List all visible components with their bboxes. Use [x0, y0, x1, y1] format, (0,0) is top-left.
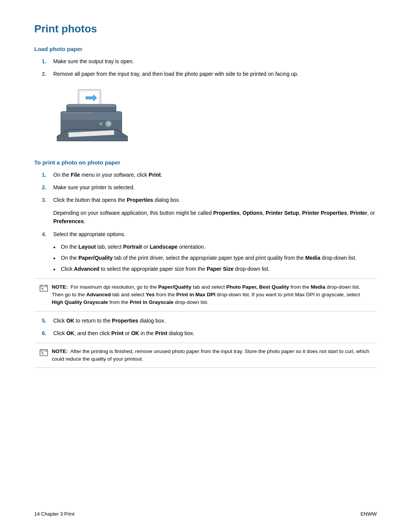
bullet-item-paper-quality: On the Paper/Quality tab of the print dr…: [53, 254, 377, 262]
step-2-1: 1. On the File menu in your software, cl…: [42, 171, 377, 179]
step-number: 1.: [42, 58, 49, 66]
step-text: Click OK, and then click Print or OK in …: [53, 329, 377, 337]
page-footer: 14 Chapter 3 Print ENWW: [34, 511, 377, 517]
step-2-2: 2. Make sure your printer is selected.: [42, 184, 377, 192]
step-text: Make sure your printer is selected.: [53, 184, 377, 192]
svg-point-8: [107, 122, 110, 126]
step-text: Remove all paper from the input tray, an…: [53, 70, 377, 78]
step-1-2: 2. Remove all paper from the input tray,…: [42, 70, 377, 78]
step-number: 4.: [42, 230, 49, 238]
note-icon-svg: ✎: [40, 284, 48, 292]
step-text: Click the button that opens the Properti…: [53, 196, 377, 204]
step-1-1: 1. Make sure the output tray is open.: [42, 58, 377, 66]
section-print-photo: To print a photo on photo paper 1. On th…: [34, 159, 377, 368]
note-box-2: ✎ NOTE: After the printing is finished, …: [34, 343, 377, 368]
step-2-5: 5. Click OK to return to the Properties …: [42, 317, 377, 325]
printer-illustration: [49, 86, 133, 150]
svg-text:✎: ✎: [41, 288, 44, 291]
section1-steps: 1. Make sure the output tray is open. 2.…: [42, 58, 377, 78]
section2-heading: To print a photo on photo paper: [34, 159, 377, 166]
step-number: 3.: [42, 196, 49, 204]
step-number: 5.: [42, 317, 49, 325]
note-text-1: NOTE: For maximum dpi resolution, go to …: [52, 283, 371, 307]
section2-steps: 1. On the File menu in your software, cl…: [42, 171, 377, 204]
svg-rect-6: [68, 104, 115, 107]
note-box-1: ✎ NOTE: For maximum dpi resolution, go t…: [34, 278, 377, 312]
printer-image-container: [49, 86, 377, 152]
note-icon-2: ✎: [40, 348, 48, 358]
footer-right: ENWW: [360, 511, 377, 517]
step-2-4: 4. Select the appropriate options.: [42, 230, 377, 238]
svg-text:✎: ✎: [41, 352, 44, 355]
svg-point-9: [99, 122, 102, 125]
step-text: Make sure the output tray is open.: [53, 58, 377, 66]
page-title: Print photos: [34, 23, 377, 35]
step-number: 2.: [42, 184, 49, 192]
section1-heading: Load photo paper: [34, 46, 377, 52]
step-number: 1.: [42, 171, 49, 179]
note-icon-1: ✎: [40, 284, 48, 294]
step-text: Click OK to return to the Properties dia…: [53, 317, 377, 325]
step-2-3: 3. Click the button that opens the Prope…: [42, 196, 377, 204]
footer-left: 14 Chapter 3 Print: [34, 511, 75, 517]
section-load-photo-paper: Load photo paper 1. Make sure the output…: [34, 46, 377, 152]
page-container: Print photos Load photo paper 1. Make su…: [0, 0, 411, 532]
step-number: 2.: [42, 70, 49, 78]
svg-rect-11: [63, 112, 93, 113]
note-text-2: NOTE: After the printing is finished, re…: [52, 348, 371, 363]
bullet-item-layout: On the Layout tab, select Portrait or La…: [53, 243, 377, 251]
step-2-6: 6. Click OK, and then click Print or OK …: [42, 329, 377, 337]
note-icon-svg-2: ✎: [40, 348, 48, 357]
options-bullet-list: On the Layout tab, select Portrait or La…: [53, 243, 377, 273]
step-number: 6.: [42, 329, 49, 337]
section2-steps-56: 5. Click OK to return to the Properties …: [42, 317, 377, 337]
step3-note: Depending on your software application, …: [53, 209, 377, 226]
section2-step4: 4. Select the appropriate options.: [42, 230, 377, 238]
step-text: Select the appropriate options.: [53, 230, 377, 238]
bullet-item-advanced: Click Advanced to select the appropriate…: [53, 265, 377, 273]
step-text: On the File menu in your software, click…: [53, 171, 377, 179]
